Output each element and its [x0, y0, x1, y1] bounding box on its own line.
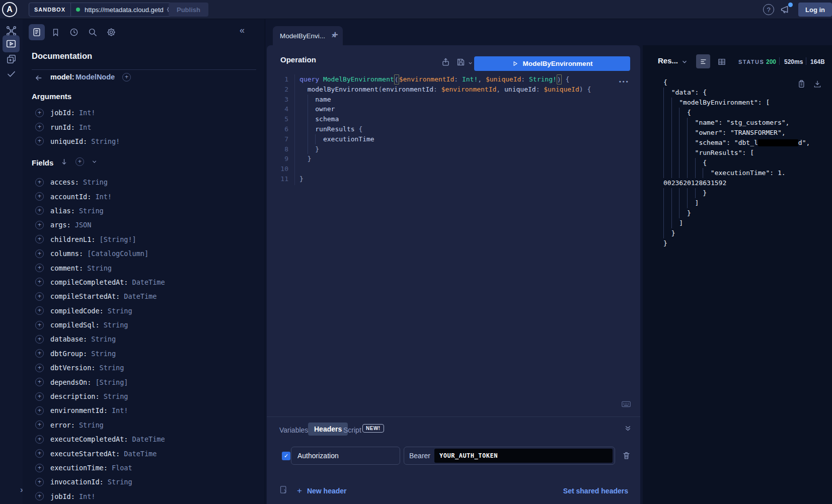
- settings-gear-icon[interactable]: [106, 27, 116, 37]
- add-field-button[interactable]: [35, 435, 44, 444]
- field-row[interactable]: executeCompletedAt: DateTime: [23, 432, 265, 446]
- field-row[interactable]: error: String: [23, 418, 265, 432]
- add-field-button[interactable]: [35, 192, 44, 201]
- download-response-icon[interactable]: [813, 79, 822, 89]
- help-icon[interactable]: ?: [763, 4, 774, 15]
- field-row[interactable]: access: String: [23, 175, 265, 189]
- field-row[interactable]: jobId: Int!: [23, 489, 265, 503]
- token: ,: [782, 128, 786, 138]
- field-row[interactable]: database: String: [23, 332, 265, 346]
- field-row[interactable]: invocationId: String: [23, 475, 265, 489]
- indent-guide: [687, 168, 695, 178]
- history-icon[interactable]: [69, 27, 79, 37]
- field-row[interactable]: dbtVersion: String: [23, 361, 265, 375]
- argument-row[interactable]: jobId: Int!: [23, 106, 265, 120]
- endpoint-url-input[interactable]: https://metadata.cloud.getd: [85, 6, 165, 14]
- auth-token-field[interactable]: YOUR_AUTH_TOKEN: [434, 449, 613, 463]
- login-button[interactable]: Log in: [798, 3, 832, 17]
- delete-header-icon[interactable]: [622, 451, 631, 460]
- argument-row[interactable]: uniqueId: String!: [23, 134, 265, 148]
- add-field-button[interactable]: [35, 492, 44, 500]
- add-field-button[interactable]: [35, 378, 44, 386]
- add-field-button[interactable]: [35, 406, 44, 415]
- add-field-button[interactable]: [35, 478, 44, 486]
- tab-headers[interactable]: Headers: [308, 423, 348, 436]
- share-icon[interactable]: [441, 57, 450, 67]
- explorer-nav-active[interactable]: [3, 35, 20, 52]
- add-field-button[interactable]: [35, 264, 44, 272]
- field-row[interactable]: compileCompletedAt: DateTime: [23, 275, 265, 289]
- checks-icon[interactable]: [6, 68, 17, 79]
- field-row[interactable]: compiledCode: String: [23, 304, 265, 318]
- format-json-toggle-active[interactable]: [696, 54, 710, 68]
- field-row[interactable]: args: JSON: [23, 218, 265, 232]
- field-row[interactable]: executeStartedAt: DateTime: [23, 446, 265, 460]
- header-enabled-checkbox[interactable]: [282, 452, 290, 460]
- field-row[interactable]: description: String: [23, 389, 265, 403]
- add-field-button[interactable]: [35, 349, 44, 358]
- set-shared-headers-link[interactable]: Set shared headers: [563, 487, 628, 495]
- add-field-button[interactable]: [35, 137, 44, 145]
- argument-row[interactable]: runId: Int: [23, 120, 265, 134]
- add-field-button[interactable]: [35, 392, 44, 401]
- token: {: [687, 108, 691, 118]
- field-row[interactable]: compiledSql: String: [23, 318, 265, 332]
- tab-script[interactable]: Script: [343, 426, 361, 434]
- field-row[interactable]: childrenL1: [String!]: [23, 232, 265, 246]
- breadcrumb-type-link[interactable]: ModelNode: [75, 73, 115, 81]
- add-field-button[interactable]: [35, 335, 44, 344]
- field-row[interactable]: dbtGroup: String: [23, 347, 265, 361]
- collapse-panel-chevrons-icon[interactable]: [624, 424, 632, 433]
- add-field-button[interactable]: [35, 306, 44, 315]
- bookmark-icon[interactable]: [51, 28, 60, 37]
- field-row[interactable]: columns: [CatalogColumn]: [23, 246, 265, 261]
- changelog-icon[interactable]: [6, 53, 17, 65]
- add-field-button[interactable]: [35, 464, 44, 472]
- chevron-down-icon[interactable]: [91, 158, 98, 165]
- response-dropdown-chevron-icon[interactable]: [681, 58, 688, 65]
- announcements-button[interactable]: [780, 4, 792, 16]
- add-field-button[interactable]: [35, 449, 44, 458]
- add-field-button[interactable]: [35, 178, 44, 187]
- add-all-fields-button[interactable]: [75, 157, 84, 166]
- indent-guide: [308, 144, 316, 154]
- field-row[interactable]: comment: String: [23, 261, 265, 275]
- field-row[interactable]: compileStartedAt: DateTime: [23, 289, 265, 303]
- add-field-button[interactable]: [35, 123, 44, 131]
- collapse-docs-button[interactable]: «: [240, 25, 245, 36]
- graphql-editor[interactable]: 1query ModelByEnvironment($environmentId…: [273, 74, 626, 184]
- save-icon[interactable]: [456, 57, 466, 67]
- field-row[interactable]: executionTime: Float: [23, 461, 265, 475]
- add-field-button[interactable]: [35, 235, 44, 243]
- add-field-to-query-button[interactable]: [122, 73, 131, 81]
- header-value-input[interactable]: Bearer YOUR_AUTH_TOKEN: [404, 447, 615, 465]
- docs-tab-active[interactable]: [29, 24, 45, 40]
- publish-button[interactable]: Publish: [169, 3, 208, 17]
- add-field-button[interactable]: [35, 321, 44, 329]
- field-row[interactable]: environmentId: Int!: [23, 403, 265, 417]
- field-row[interactable]: alias: String: [23, 204, 265, 218]
- run-operation-button[interactable]: ModelByEnvironment: [474, 56, 630, 71]
- add-field-button[interactable]: [35, 249, 44, 258]
- save-options-chevron-icon[interactable]: [468, 60, 473, 66]
- preflight-script-icon[interactable]: [279, 485, 288, 494]
- add-field-button[interactable]: [35, 221, 44, 229]
- new-tab-button[interactable]: +: [332, 29, 338, 41]
- back-arrow-icon[interactable]: [34, 73, 43, 82]
- add-field-button[interactable]: [35, 278, 44, 286]
- sort-fields-icon[interactable]: [60, 157, 68, 166]
- add-field-button[interactable]: [35, 364, 44, 372]
- add-field-button[interactable]: [35, 292, 44, 301]
- header-key-input[interactable]: Authorization: [291, 447, 400, 465]
- add-field-button[interactable]: [35, 421, 44, 429]
- add-field-button[interactable]: [35, 109, 44, 117]
- keyboard-shortcuts-icon[interactable]: [621, 398, 632, 409]
- field-row[interactable]: accountId: Int!: [23, 189, 265, 203]
- search-icon[interactable]: [88, 27, 98, 37]
- field-row[interactable]: dependsOn: [String]: [23, 375, 265, 389]
- table-view-toggle-icon[interactable]: [717, 57, 726, 66]
- add-field-button[interactable]: [35, 206, 44, 215]
- tab-variables[interactable]: Variables: [279, 426, 308, 434]
- new-header-button[interactable]: + New header: [297, 486, 347, 496]
- apollo-logo-icon[interactable]: A: [2, 2, 17, 17]
